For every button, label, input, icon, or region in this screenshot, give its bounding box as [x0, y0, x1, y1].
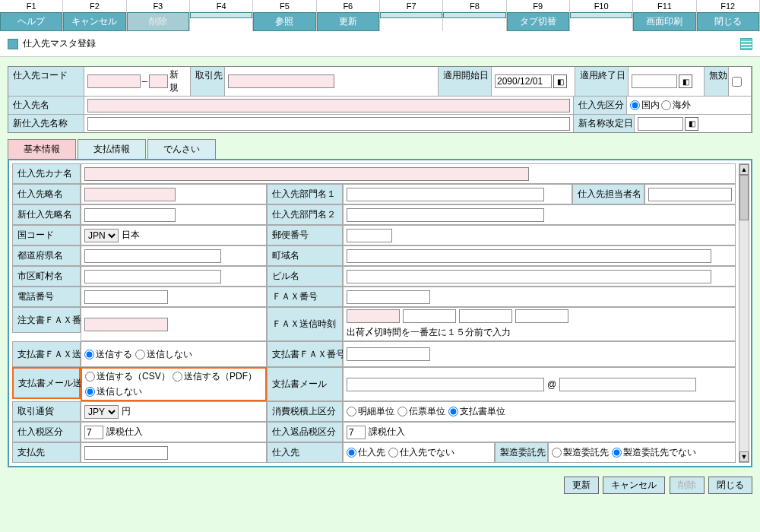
faxtime2-input[interactable]	[403, 309, 456, 323]
f5-button[interactable]: 参照	[253, 12, 315, 31]
currency-select[interactable]: JPY	[84, 405, 119, 419]
f7-button	[380, 12, 442, 18]
vendor-code-sub-input[interactable]	[149, 74, 168, 88]
apply-end-label: 適用終了日	[575, 67, 629, 96]
scroll-down-icon[interactable]: ▼	[739, 451, 749, 462]
vendor-code-label: 仕入先コード	[8, 67, 84, 96]
apply-start-input[interactable]	[495, 74, 552, 88]
paymail-send-csv[interactable]: 送信する（CSV）	[85, 370, 170, 383]
title-square-icon	[8, 39, 18, 49]
invalid-checkbox[interactable]	[732, 77, 742, 87]
page-title: 仕入先マスタ登録	[23, 37, 96, 50]
header-form: 仕入先コード – 新規 取引先 適用開始日 ◧ 適用終了日 ◧ 無効 仕入先名 …	[8, 66, 752, 133]
paymail-send-pdf[interactable]: 送信する（PDF）	[173, 370, 257, 383]
f9-button[interactable]: タブ切替	[507, 12, 569, 31]
f12-button[interactable]: 閉じる	[697, 12, 759, 31]
purch-tax-input[interactable]	[84, 426, 103, 439]
dept1-input[interactable]	[347, 188, 544, 201]
purch-yes[interactable]: 仕入先	[347, 446, 385, 459]
postal-input[interactable]	[347, 229, 392, 242]
vendor-code-input[interactable]	[87, 74, 141, 88]
city-input[interactable]	[84, 270, 221, 283]
return-tax-input[interactable]	[347, 426, 366, 439]
bldg-input[interactable]	[347, 270, 711, 283]
close-button[interactable]: 閉じる	[708, 477, 752, 494]
mfg-no[interactable]: 製造委託先でない	[612, 446, 696, 459]
calendar-icon[interactable]: ◧	[553, 74, 567, 88]
new-vendor-name-input[interactable]	[87, 117, 570, 131]
apply-end-input[interactable]	[632, 74, 677, 88]
f10-button	[570, 12, 632, 18]
purch-no[interactable]: 仕入先でない	[388, 446, 454, 459]
payee-input[interactable]	[84, 446, 168, 460]
short-input[interactable]	[84, 188, 176, 201]
f11-button[interactable]: 画面印刷	[633, 12, 695, 31]
invalid-label: 無効	[705, 67, 729, 96]
f8-button	[443, 12, 505, 18]
domestic-radio[interactable]: 国内	[630, 99, 660, 112]
f4-button	[190, 12, 252, 18]
delete-button: 削除	[670, 477, 705, 494]
taxsum-slip[interactable]: 伝票単位	[397, 405, 445, 418]
payfax-send-no[interactable]: 送信しない	[135, 348, 192, 361]
paymail-domain-input[interactable]	[559, 378, 696, 391]
partner-input[interactable]	[228, 74, 334, 88]
orderfax-input[interactable]	[84, 318, 168, 331]
update-button[interactable]: 更新	[564, 477, 599, 494]
payfax-send-yes[interactable]: 送信する	[84, 348, 132, 361]
paymail-send-label: 支払書メール送信	[12, 367, 81, 399]
pref-input[interactable]	[84, 249, 221, 263]
taxsum-detail[interactable]: 明細単位	[347, 405, 394, 418]
title-bar: 仕入先マスタ登録	[0, 31, 760, 57]
newname-rev-input[interactable]	[638, 117, 683, 131]
paymail-local-input[interactable]	[347, 378, 544, 391]
grid-icon[interactable]	[740, 38, 752, 50]
f6-button[interactable]: 更新	[317, 12, 379, 31]
cancel-button[interactable]: キャンセル	[603, 477, 665, 494]
town-input[interactable]	[347, 249, 711, 263]
vendor-class-label: 仕入先区分	[574, 97, 627, 114]
tab-payment-info[interactable]: 支払情報	[78, 139, 146, 159]
scroll-up-icon[interactable]: ▲	[739, 164, 749, 175]
tel-input[interactable]	[84, 290, 168, 304]
f3-button: 削除	[127, 12, 189, 31]
calendar-icon[interactable]: ◧	[685, 117, 698, 131]
vendor-name-label: 仕入先名	[8, 97, 84, 114]
faxtime3-input[interactable]	[459, 309, 512, 323]
vendor-name-input[interactable]	[87, 99, 570, 112]
mfg-yes[interactable]: 製造委託先	[552, 446, 609, 459]
f1-button[interactable]: ヘルプ	[0, 12, 62, 31]
tab-basic-info[interactable]: 基本情報	[8, 139, 76, 159]
taxsum-pay[interactable]: 支払書単位	[448, 405, 505, 418]
fax-input[interactable]	[347, 290, 430, 304]
paymail-send-no[interactable]: 送信しない	[85, 385, 142, 398]
country-select[interactable]: JPN	[84, 229, 119, 242]
overseas-radio[interactable]: 海外	[661, 99, 691, 112]
calendar-icon[interactable]: ◧	[679, 74, 692, 88]
payfax-no-input[interactable]	[347, 347, 430, 361]
newshort-input[interactable]	[84, 208, 176, 222]
faxtime1-input[interactable]	[347, 309, 400, 323]
tab-densai[interactable]: でんさい	[147, 139, 216, 159]
tab-bar: 基本情報 支払情報 でんさい	[8, 139, 752, 159]
faxtime4-input[interactable]	[515, 309, 568, 323]
kana-input[interactable]	[84, 167, 529, 181]
apply-start-label: 適用開始日	[439, 67, 492, 96]
dept2-input[interactable]	[347, 208, 544, 222]
person-input[interactable]	[648, 188, 732, 201]
newname-rev-label: 新名称改定日	[574, 115, 635, 132]
function-key-bar: F1ヘルプ F2キャンセル F3削除 F4 F5参照 F6更新 F7 F8 F9…	[0, 0, 760, 31]
scroll-thumb[interactable]	[739, 175, 749, 220]
new-vendor-name-label: 新仕入先名称	[8, 115, 84, 132]
partner-label: 取引先	[191, 67, 225, 96]
scrollbar[interactable]: ▲ ▼	[739, 163, 749, 463]
tab-body: 仕入先カナ名 仕入先略名 仕入先部門名１ 仕入先担当者名 新仕入先略名 仕入先部…	[8, 159, 752, 467]
footer-buttons: 更新 キャンセル 削除 閉じる	[0, 473, 760, 500]
f2-button[interactable]: キャンセル	[63, 12, 125, 31]
